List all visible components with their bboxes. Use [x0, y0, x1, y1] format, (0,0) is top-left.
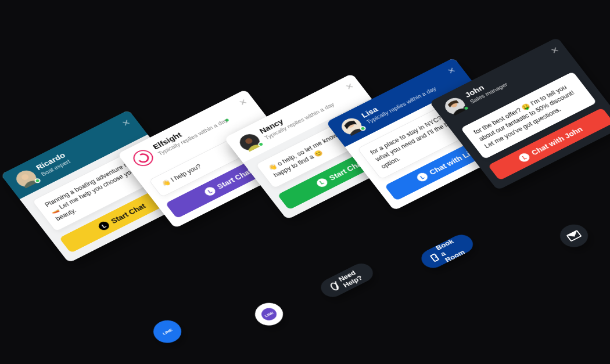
close-icon[interactable]: ✕: [120, 118, 132, 129]
line-icon: LINE: [160, 326, 175, 337]
avatar: [236, 131, 263, 153]
pill-label: Book a Room: [434, 235, 469, 263]
elfsight-logo-icon: [130, 147, 157, 169]
line-icon: L: [415, 171, 430, 183]
stage: Ricardo Boat expert ✕ Planning a boating…: [0, 0, 610, 364]
avatar: [338, 116, 365, 138]
line-icon: L: [315, 176, 329, 188]
chat-card-john: John Sales manager ✕ for the best offer?…: [429, 37, 610, 190]
agent-name: Elfsight: [151, 110, 224, 151]
fab-line-blue[interactable]: LINE: [148, 316, 186, 347]
close-icon[interactable]: ✕: [549, 45, 561, 56]
calendar-icon: [430, 253, 440, 262]
need-help-pill[interactable]: Need Help?: [317, 260, 377, 301]
line-icon: LINE: [259, 306, 279, 323]
fab-mail[interactable]: [555, 220, 593, 251]
fab-line-white[interactable]: LINE: [250, 298, 288, 330]
line-icon: L: [517, 152, 532, 163]
agent-name: Lisa: [360, 78, 433, 119]
pill-label: Need Help?: [337, 266, 367, 289]
line-icon: L: [97, 220, 112, 232]
agent-name: Nancy: [258, 94, 331, 135]
line-icon: L: [203, 186, 217, 197]
globe-icon: [329, 282, 340, 292]
avatar: [442, 95, 469, 117]
book-room-pill[interactable]: Book a Room: [417, 231, 477, 271]
avatar: [13, 168, 40, 190]
mail-icon: [566, 230, 582, 242]
